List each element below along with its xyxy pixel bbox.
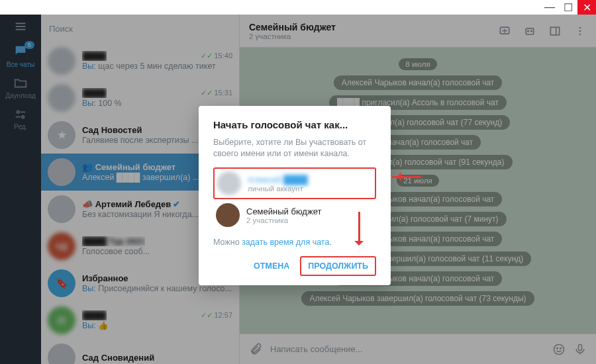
close-button[interactable]: ✕	[577, 0, 596, 15]
option-name: Семейный бюджет	[246, 206, 321, 216]
annotation-arrow-left	[392, 172, 428, 181]
schedule-hint: Можно задать время для чата.	[213, 238, 376, 247]
start-voice-chat-modal: Начать голосовой чат как... Выберите, хо…	[199, 106, 391, 285]
schedule-link[interactable]: задать время для чата	[242, 238, 329, 247]
option-subtitle: 2 участника	[246, 216, 321, 224]
option-name: Алексей ████	[248, 175, 308, 185]
avatar	[217, 171, 241, 195]
window-controls: — ☐ ✕	[540, 0, 596, 15]
maximize-button[interactable]: ☐	[559, 0, 577, 15]
option-subtitle: личный аккаунт	[248, 185, 308, 193]
continue-button[interactable]: ПРОДОЛЖИТЬ	[300, 256, 376, 276]
option-channel[interactable]: Семейный бюджет 2 участника	[213, 199, 376, 231]
modal-title: Начать голосовой чат как...	[213, 119, 376, 130]
option-personal-account[interactable]: Алексей ████ личный аккаунт	[213, 167, 376, 199]
annotation-arrow-down	[354, 212, 364, 250]
minimize-button[interactable]: —	[540, 0, 559, 15]
cancel-button[interactable]: ОТМЕНА	[247, 256, 296, 276]
modal-description: Выберите, хотите ли Вы участвовать от св…	[213, 137, 376, 159]
avatar	[216, 203, 240, 227]
